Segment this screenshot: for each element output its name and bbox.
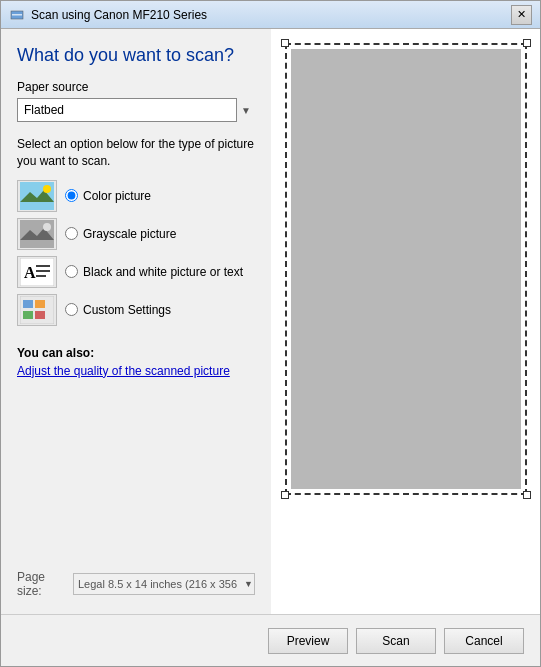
svg-rect-15 — [35, 300, 45, 308]
window-title: Scan using Canon MF210 Series — [31, 8, 511, 22]
preview-button[interactable]: Preview — [268, 628, 348, 654]
option-color[interactable]: Color picture — [17, 180, 255, 212]
svg-point-7 — [43, 223, 51, 231]
grayscale-icon — [17, 218, 57, 250]
paper-source-wrapper: Flatbed ▼ — [17, 98, 255, 122]
option-custom[interactable]: Custom Settings — [17, 294, 255, 326]
color-icon — [17, 180, 57, 212]
main-heading: What do you want to scan? — [17, 45, 255, 66]
color-radio[interactable] — [65, 189, 78, 202]
scan-button[interactable]: Scan — [356, 628, 436, 654]
page-size-row: Page size: Legal 8.5 x 14 inches (216 x … — [17, 570, 255, 598]
option-grayscale[interactable]: Grayscale picture — [17, 218, 255, 250]
close-button[interactable]: ✕ — [511, 5, 532, 25]
window-icon — [9, 7, 25, 23]
you-can-also-label: You can also: — [17, 346, 255, 360]
bw-label: Black and white picture or text — [83, 265, 243, 279]
handle-bottom-right — [523, 491, 531, 499]
page-size-wrapper: Legal 8.5 x 14 inches (216 x 356 ▼ — [73, 573, 255, 595]
page-size-label: Page size: — [17, 570, 67, 598]
bw-icon: A — [17, 256, 57, 288]
svg-rect-17 — [35, 311, 45, 319]
paper-source-label: Paper source — [17, 80, 255, 94]
custom-icon — [17, 294, 57, 326]
handle-top-left — [281, 39, 289, 47]
title-bar: Scan using Canon MF210 Series ✕ — [1, 1, 540, 29]
option-bw[interactable]: A Black and white picture or text — [17, 256, 255, 288]
grayscale-label: Grayscale picture — [83, 227, 176, 241]
footer: Preview Scan Cancel — [1, 614, 540, 666]
content-area: What do you want to scan? Paper source F… — [1, 29, 540, 614]
svg-text:A: A — [24, 264, 36, 281]
grayscale-radio[interactable] — [65, 227, 78, 240]
custom-radio[interactable] — [65, 303, 78, 316]
svg-rect-1 — [12, 14, 22, 16]
paper-source-arrow: ▼ — [241, 105, 251, 116]
svg-rect-14 — [23, 300, 33, 308]
right-panel — [271, 29, 540, 614]
bw-radio[interactable] — [65, 265, 78, 278]
paper-source-select[interactable]: Flatbed — [17, 98, 237, 122]
adjust-quality-link[interactable]: Adjust the quality of the scanned pictur… — [17, 364, 255, 378]
color-label: Color picture — [83, 189, 151, 203]
svg-rect-16 — [23, 311, 33, 319]
scan-description: Select an option below for the type of p… — [17, 136, 255, 170]
svg-point-4 — [43, 185, 51, 193]
custom-label: Custom Settings — [83, 303, 171, 317]
left-panel: What do you want to scan? Paper source F… — [1, 29, 271, 614]
page-size-select[interactable]: Legal 8.5 x 14 inches (216 x 356 — [73, 573, 255, 595]
window-controls: ✕ — [511, 5, 532, 25]
handle-top-right — [523, 39, 531, 47]
handle-bottom-left — [281, 491, 289, 499]
preview-border — [285, 43, 527, 495]
main-window: Scan using Canon MF210 Series ✕ What do … — [0, 0, 541, 667]
cancel-button[interactable]: Cancel — [444, 628, 524, 654]
preview-area — [291, 49, 521, 489]
